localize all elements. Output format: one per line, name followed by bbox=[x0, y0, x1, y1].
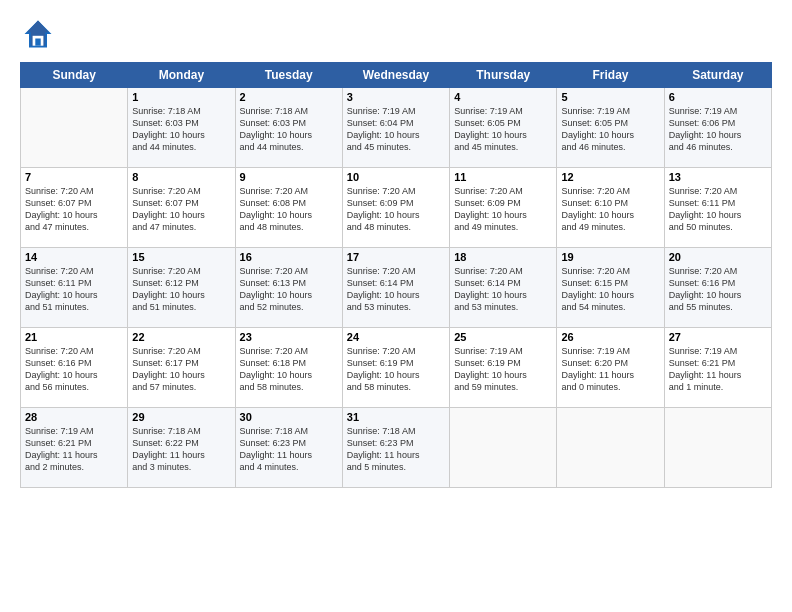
day-cell: 2Sunrise: 7:18 AM Sunset: 6:03 PM Daylig… bbox=[235, 88, 342, 168]
day-cell: 14Sunrise: 7:20 AM Sunset: 6:11 PM Dayli… bbox=[21, 248, 128, 328]
logo bbox=[20, 16, 60, 52]
header-cell-sunday: Sunday bbox=[21, 63, 128, 88]
day-info: Sunrise: 7:19 AM Sunset: 6:21 PM Dayligh… bbox=[669, 345, 767, 394]
day-info: Sunrise: 7:18 AM Sunset: 6:23 PM Dayligh… bbox=[240, 425, 338, 474]
day-number: 30 bbox=[240, 411, 338, 423]
day-info: Sunrise: 7:18 AM Sunset: 6:03 PM Dayligh… bbox=[132, 105, 230, 154]
calendar-header: SundayMondayTuesdayWednesdayThursdayFrid… bbox=[21, 63, 772, 88]
day-info: Sunrise: 7:20 AM Sunset: 6:09 PM Dayligh… bbox=[454, 185, 552, 234]
day-cell: 24Sunrise: 7:20 AM Sunset: 6:19 PM Dayli… bbox=[342, 328, 449, 408]
day-info: Sunrise: 7:18 AM Sunset: 6:03 PM Dayligh… bbox=[240, 105, 338, 154]
day-cell: 17Sunrise: 7:20 AM Sunset: 6:14 PM Dayli… bbox=[342, 248, 449, 328]
day-number: 8 bbox=[132, 171, 230, 183]
day-cell bbox=[664, 408, 771, 488]
day-info: Sunrise: 7:20 AM Sunset: 6:16 PM Dayligh… bbox=[25, 345, 123, 394]
day-number: 16 bbox=[240, 251, 338, 263]
week-row-4: 28Sunrise: 7:19 AM Sunset: 6:21 PM Dayli… bbox=[21, 408, 772, 488]
day-number: 3 bbox=[347, 91, 445, 103]
day-number: 23 bbox=[240, 331, 338, 343]
header-cell-tuesday: Tuesday bbox=[235, 63, 342, 88]
day-info: Sunrise: 7:20 AM Sunset: 6:10 PM Dayligh… bbox=[561, 185, 659, 234]
day-cell: 18Sunrise: 7:20 AM Sunset: 6:14 PM Dayli… bbox=[450, 248, 557, 328]
day-info: Sunrise: 7:20 AM Sunset: 6:14 PM Dayligh… bbox=[347, 265, 445, 314]
day-info: Sunrise: 7:19 AM Sunset: 6:06 PM Dayligh… bbox=[669, 105, 767, 154]
day-number: 7 bbox=[25, 171, 123, 183]
day-info: Sunrise: 7:19 AM Sunset: 6:04 PM Dayligh… bbox=[347, 105, 445, 154]
day-cell: 12Sunrise: 7:20 AM Sunset: 6:10 PM Dayli… bbox=[557, 168, 664, 248]
day-number: 24 bbox=[347, 331, 445, 343]
day-cell: 16Sunrise: 7:20 AM Sunset: 6:13 PM Dayli… bbox=[235, 248, 342, 328]
day-info: Sunrise: 7:20 AM Sunset: 6:07 PM Dayligh… bbox=[25, 185, 123, 234]
day-number: 1 bbox=[132, 91, 230, 103]
day-cell: 9Sunrise: 7:20 AM Sunset: 6:08 PM Daylig… bbox=[235, 168, 342, 248]
day-number: 4 bbox=[454, 91, 552, 103]
day-cell: 5Sunrise: 7:19 AM Sunset: 6:05 PM Daylig… bbox=[557, 88, 664, 168]
day-number: 25 bbox=[454, 331, 552, 343]
day-info: Sunrise: 7:20 AM Sunset: 6:16 PM Dayligh… bbox=[669, 265, 767, 314]
day-number: 31 bbox=[347, 411, 445, 423]
day-cell: 8Sunrise: 7:20 AM Sunset: 6:07 PM Daylig… bbox=[128, 168, 235, 248]
day-info: Sunrise: 7:20 AM Sunset: 6:11 PM Dayligh… bbox=[25, 265, 123, 314]
day-number: 22 bbox=[132, 331, 230, 343]
day-cell: 3Sunrise: 7:19 AM Sunset: 6:04 PM Daylig… bbox=[342, 88, 449, 168]
day-cell: 26Sunrise: 7:19 AM Sunset: 6:20 PM Dayli… bbox=[557, 328, 664, 408]
day-number: 9 bbox=[240, 171, 338, 183]
day-info: Sunrise: 7:20 AM Sunset: 6:19 PM Dayligh… bbox=[347, 345, 445, 394]
day-number: 6 bbox=[669, 91, 767, 103]
header-row: SundayMondayTuesdayWednesdayThursdayFrid… bbox=[21, 63, 772, 88]
day-cell: 6Sunrise: 7:19 AM Sunset: 6:06 PM Daylig… bbox=[664, 88, 771, 168]
day-cell: 1Sunrise: 7:18 AM Sunset: 6:03 PM Daylig… bbox=[128, 88, 235, 168]
day-info: Sunrise: 7:18 AM Sunset: 6:23 PM Dayligh… bbox=[347, 425, 445, 474]
week-row-0: 1Sunrise: 7:18 AM Sunset: 6:03 PM Daylig… bbox=[21, 88, 772, 168]
day-number: 19 bbox=[561, 251, 659, 263]
day-number: 20 bbox=[669, 251, 767, 263]
day-cell: 25Sunrise: 7:19 AM Sunset: 6:19 PM Dayli… bbox=[450, 328, 557, 408]
day-cell bbox=[21, 88, 128, 168]
day-cell: 29Sunrise: 7:18 AM Sunset: 6:22 PM Dayli… bbox=[128, 408, 235, 488]
day-info: Sunrise: 7:19 AM Sunset: 6:05 PM Dayligh… bbox=[454, 105, 552, 154]
day-info: Sunrise: 7:20 AM Sunset: 6:17 PM Dayligh… bbox=[132, 345, 230, 394]
day-number: 26 bbox=[561, 331, 659, 343]
day-cell bbox=[557, 408, 664, 488]
day-info: Sunrise: 7:20 AM Sunset: 6:11 PM Dayligh… bbox=[669, 185, 767, 234]
logo-icon bbox=[20, 16, 56, 52]
day-number: 21 bbox=[25, 331, 123, 343]
day-cell: 19Sunrise: 7:20 AM Sunset: 6:15 PM Dayli… bbox=[557, 248, 664, 328]
header-cell-wednesday: Wednesday bbox=[342, 63, 449, 88]
day-info: Sunrise: 7:20 AM Sunset: 6:18 PM Dayligh… bbox=[240, 345, 338, 394]
day-info: Sunrise: 7:19 AM Sunset: 6:05 PM Dayligh… bbox=[561, 105, 659, 154]
day-cell: 27Sunrise: 7:19 AM Sunset: 6:21 PM Dayli… bbox=[664, 328, 771, 408]
day-cell: 15Sunrise: 7:20 AM Sunset: 6:12 PM Dayli… bbox=[128, 248, 235, 328]
day-cell: 4Sunrise: 7:19 AM Sunset: 6:05 PM Daylig… bbox=[450, 88, 557, 168]
page: SundayMondayTuesdayWednesdayThursdayFrid… bbox=[0, 0, 792, 498]
day-info: Sunrise: 7:19 AM Sunset: 6:20 PM Dayligh… bbox=[561, 345, 659, 394]
day-number: 2 bbox=[240, 91, 338, 103]
day-cell: 22Sunrise: 7:20 AM Sunset: 6:17 PM Dayli… bbox=[128, 328, 235, 408]
day-number: 5 bbox=[561, 91, 659, 103]
day-info: Sunrise: 7:20 AM Sunset: 6:12 PM Dayligh… bbox=[132, 265, 230, 314]
day-cell: 30Sunrise: 7:18 AM Sunset: 6:23 PM Dayli… bbox=[235, 408, 342, 488]
day-cell: 20Sunrise: 7:20 AM Sunset: 6:16 PM Dayli… bbox=[664, 248, 771, 328]
day-number: 28 bbox=[25, 411, 123, 423]
day-info: Sunrise: 7:20 AM Sunset: 6:09 PM Dayligh… bbox=[347, 185, 445, 234]
header-cell-thursday: Thursday bbox=[450, 63, 557, 88]
week-row-3: 21Sunrise: 7:20 AM Sunset: 6:16 PM Dayli… bbox=[21, 328, 772, 408]
week-row-1: 7Sunrise: 7:20 AM Sunset: 6:07 PM Daylig… bbox=[21, 168, 772, 248]
day-cell: 10Sunrise: 7:20 AM Sunset: 6:09 PM Dayli… bbox=[342, 168, 449, 248]
day-number: 11 bbox=[454, 171, 552, 183]
day-info: Sunrise: 7:20 AM Sunset: 6:13 PM Dayligh… bbox=[240, 265, 338, 314]
day-cell: 11Sunrise: 7:20 AM Sunset: 6:09 PM Dayli… bbox=[450, 168, 557, 248]
day-number: 18 bbox=[454, 251, 552, 263]
header bbox=[20, 16, 772, 52]
day-info: Sunrise: 7:19 AM Sunset: 6:21 PM Dayligh… bbox=[25, 425, 123, 474]
day-cell: 31Sunrise: 7:18 AM Sunset: 6:23 PM Dayli… bbox=[342, 408, 449, 488]
day-cell: 23Sunrise: 7:20 AM Sunset: 6:18 PM Dayli… bbox=[235, 328, 342, 408]
day-number: 13 bbox=[669, 171, 767, 183]
day-cell: 7Sunrise: 7:20 AM Sunset: 6:07 PM Daylig… bbox=[21, 168, 128, 248]
week-row-2: 14Sunrise: 7:20 AM Sunset: 6:11 PM Dayli… bbox=[21, 248, 772, 328]
header-cell-monday: Monday bbox=[128, 63, 235, 88]
day-info: Sunrise: 7:20 AM Sunset: 6:08 PM Dayligh… bbox=[240, 185, 338, 234]
day-info: Sunrise: 7:20 AM Sunset: 6:14 PM Dayligh… bbox=[454, 265, 552, 314]
day-info: Sunrise: 7:20 AM Sunset: 6:15 PM Dayligh… bbox=[561, 265, 659, 314]
day-number: 14 bbox=[25, 251, 123, 263]
